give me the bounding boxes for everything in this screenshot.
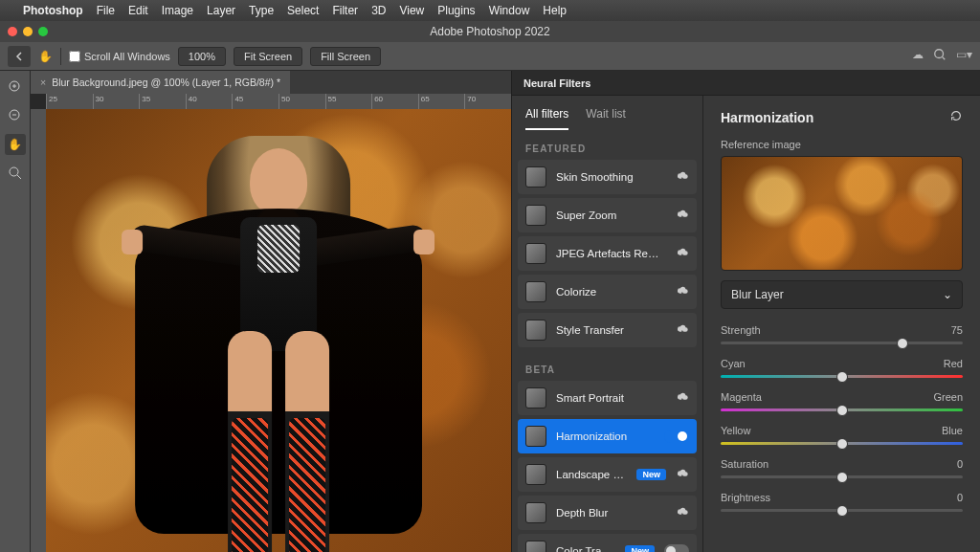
menu-type[interactable]: Type [249,4,274,17]
filter-row-landscape-mixer[interactable]: Landscape MixerNew [518,457,697,492]
chevron-down-icon: ⌄ [943,288,952,301]
slider-brightness[interactable]: Brightness0 [721,492,963,512]
slider-thumb[interactable] [836,472,848,483]
filter-label: Colorize [556,286,666,298]
filter-toggle[interactable] [664,544,689,552]
slider-magenta[interactable]: MagentaGreen [721,391,963,411]
document-tab[interactable]: × Blur Background.jpeg @ 100% (Layer 1, … [31,71,290,94]
filter-row-depth-blur[interactable]: Depth Blur [518,496,697,530]
slider-label-left: Cyan [721,358,746,369]
document-tab-bar: × Blur Background.jpeg @ 100% (Layer 1, … [31,71,511,94]
slider-label-left: Strength [721,324,761,336]
slider-track[interactable] [721,442,963,445]
slider-label-left: Magenta [721,391,762,403]
filter-thumbnail [525,387,546,408]
close-tab-icon[interactable]: × [40,77,46,88]
reference-image-label: Reference image [721,139,963,150]
reference-layer-select[interactable]: Blur Layer ⌄ [721,280,963,309]
menu-select[interactable]: Select [287,4,319,17]
fill-screen-button[interactable]: Fill Screen [310,47,381,66]
download-icon[interactable] [676,169,689,186]
slider-track[interactable] [721,509,963,512]
panel-tab-neural-filters[interactable]: Neural Filters [512,71,980,96]
menu-layer[interactable]: Layer [207,4,235,17]
close-window-icon[interactable] [8,27,17,36]
slider-thumb[interactable] [836,505,848,517]
tool-zoom-out[interactable] [5,105,26,126]
ruler-tick: 55 [325,94,372,109]
subtab-all-filters[interactable]: All filters [525,107,568,130]
menu-app[interactable]: Photoshop [23,4,83,17]
menu-image[interactable]: Image [162,4,193,17]
zoom-level-button[interactable]: 100% [178,47,226,66]
download-icon[interactable] [676,467,689,483]
ruler-vertical [31,109,46,552]
tool-zoom-in[interactable] [5,77,26,98]
filter-label: Color Transfer [556,545,615,552]
filter-label: JPEG Artefacts Removal [556,248,666,259]
scroll-all-checkbox[interactable]: Scroll All Windows [69,51,170,62]
menu-help[interactable]: Help [543,4,567,17]
filter-row-jpeg-artefacts-removal[interactable]: JPEG Artefacts Removal [518,236,697,271]
ruler-tick: 35 [139,94,186,109]
filter-thumbnail [525,205,546,226]
menu-view[interactable]: View [399,4,424,17]
filter-thumbnail [525,166,546,188]
filter-row-skin-smoothing[interactable]: Skin Smoothing [518,160,697,194]
filter-label: Harmonization [556,431,655,442]
filter-row-smart-portrait[interactable]: Smart Portrait [518,381,697,415]
filter-row-style-transfer[interactable]: Style Transfer [518,313,697,347]
filter-toggle[interactable] [664,430,689,443]
maximize-window-icon[interactable] [38,27,48,36]
fit-screen-button[interactable]: Fit Screen [234,47,302,66]
slider-track[interactable] [721,408,963,411]
slider-cyan[interactable]: CyanRed [721,358,963,378]
reference-image-thumbnail[interactable] [721,156,963,271]
canvas[interactable] [46,109,511,552]
reset-icon[interactable] [949,109,963,125]
slider-track[interactable] [721,475,963,478]
tool-magnify[interactable] [5,163,26,184]
slider-thumb[interactable] [836,371,848,383]
download-icon[interactable] [676,322,689,339]
scroll-all-input[interactable] [69,51,80,62]
search-icon[interactable] [933,48,947,64]
ruler-horizontal: 25 30 35 40 45 50 55 60 65 70 [46,94,511,109]
slider-thumb[interactable] [897,338,908,349]
menu-window[interactable]: Window [489,4,530,17]
download-icon[interactable] [676,246,689,262]
menu-filter[interactable]: Filter [332,4,358,17]
window-title: Adobe Photoshop 2022 [430,25,549,38]
filter-row-color-transfer[interactable]: Color TransferNew [518,534,697,552]
vertical-toolbar: ✋ [0,71,31,552]
tool-hand[interactable]: ✋ [5,134,26,155]
slider-saturation[interactable]: Saturation0 [721,458,963,478]
filter-row-harmonization[interactable]: Harmonization [518,419,697,453]
subtab-wait-list[interactable]: Wait list [586,107,626,130]
filter-thumbnail [525,464,546,485]
workspace-switcher-icon[interactable]: ▭▾ [956,48,972,64]
hand-tool-icon[interactable]: ✋ [38,50,53,63]
slider-label-right: Green [933,391,963,403]
slider-strength[interactable]: Strength75 [721,324,963,344]
slider-track[interactable] [721,342,963,344]
slider-track[interactable] [721,375,963,378]
filter-row-super-zoom[interactable]: Super Zoom [518,198,697,232]
menu-file[interactable]: File [97,4,115,17]
menu-3d[interactable]: 3D [371,4,386,17]
cloud-docs-icon[interactable]: ☁ [912,48,924,64]
filter-row-colorize[interactable]: Colorize [518,275,697,309]
download-icon[interactable] [676,505,689,521]
slider-yellow[interactable]: YellowBlue [721,425,963,445]
download-icon[interactable] [676,284,689,300]
menu-edit[interactable]: Edit [128,4,148,17]
download-icon[interactable] [676,390,689,407]
slider-thumb[interactable] [836,438,848,450]
minimize-window-icon[interactable] [23,27,33,36]
slider-label-right: Red [944,358,963,369]
download-icon[interactable] [676,208,689,224]
filter-label: Smart Portrait [556,392,666,404]
menu-plugins[interactable]: Plugins [437,4,475,17]
slider-thumb[interactable] [836,405,848,416]
back-button[interactable] [8,46,31,67]
